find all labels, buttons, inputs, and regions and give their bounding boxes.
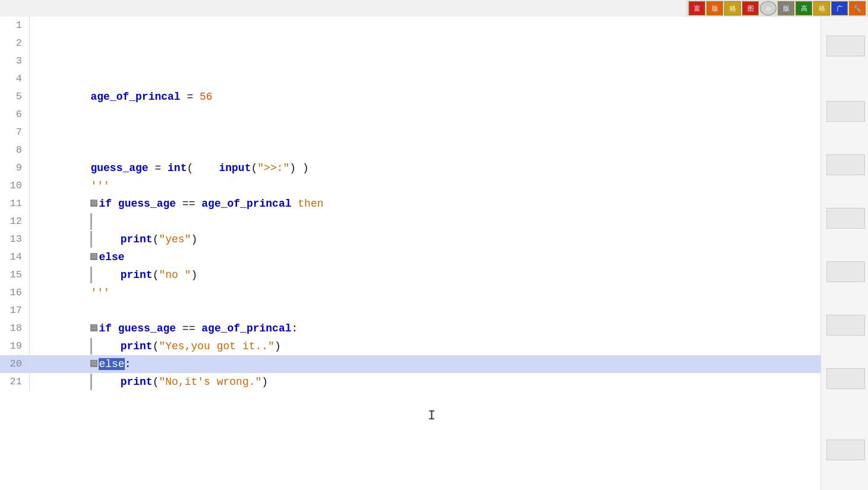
line-num-21: 21 [0,373,30,391]
line-num-5: 5 [0,88,30,106]
text-cursor: I [428,409,435,423]
toolbar-icon-2[interactable]: 版 [706,1,723,15]
line-num-15: 15 [0,266,30,284]
right-scroll-box-4[interactable] [826,208,865,229]
line-num-16: 16 [0,284,30,302]
line-21: 21 print("No,it's wrong.") [0,373,820,391]
line-num-13: 13 [0,230,30,248]
toolbar-icon-1[interactable]: 富 [689,1,705,15]
line-content-21: print("No,it's wrong.") [30,355,820,409]
line-num-6: 6 [0,106,30,124]
right-scroll-box-7[interactable] [826,368,865,389]
line-num-8: 8 [0,141,30,159]
line-num-12: 12 [0,213,30,230]
line-1: 1 [0,17,820,34]
top-toolbar: 富 版 格 图 ◎ 版 高 格 广 🔧 [686,0,868,17]
code-area[interactable]: 1 2 3 4 5 age_of_princal = 56 6 [0,17,820,490]
line-num-1: 1 [0,17,30,34]
right-scroll-box-2[interactable] [826,101,865,122]
right-scroll-box-1[interactable] [826,36,865,56]
right-panel: 支持，以 [820,0,868,490]
toolbar-icon-10[interactable]: 🔧 [849,1,866,15]
line-2: 2 [0,34,820,52]
line-num-14: 14 [0,248,30,266]
line-num-18: 18 [0,320,30,337]
line-num-19: 19 [0,337,30,355]
right-scroll-box-8[interactable] [826,440,865,460]
toolbar-icon-4[interactable]: 图 [742,1,759,15]
toolbar-icon-7[interactable]: 高 [796,1,812,15]
line-num-7: 7 [0,124,30,141]
toolbar-icon-8[interactable]: 格 [813,1,830,15]
line-3: 3 [0,52,820,70]
toolbar-icon-3[interactable]: 格 [724,1,741,15]
right-scroll-box-3[interactable] [826,154,865,175]
right-scroll-box-6[interactable] [826,315,865,336]
line-content-5: age_of_princal = 56 [30,70,820,124]
line-num-11: 11 [0,195,30,213]
toolbar-icon-5[interactable]: ◎ [760,1,777,15]
line-num-9: 9 [0,159,30,177]
line-5: 5 age_of_princal = 56 [0,88,820,106]
line-num-3: 3 [0,52,30,70]
line-num-17: 17 [0,302,30,320]
code-editor[interactable]: 1 2 3 4 5 age_of_princal = 56 6 [0,17,820,490]
line-16: 16 ''' [0,284,820,302]
line-num-10: 10 [0,177,30,195]
toolbar-icon-6[interactable]: 版 [778,1,794,15]
line-7: 7 [0,124,820,141]
right-scroll-box-5[interactable] [826,261,865,282]
line-num-2: 2 [0,34,30,52]
line-num-4: 4 [0,70,30,88]
line-num-20: 20 [0,355,30,373]
toolbar-icon-9[interactable]: 广 [831,1,848,15]
